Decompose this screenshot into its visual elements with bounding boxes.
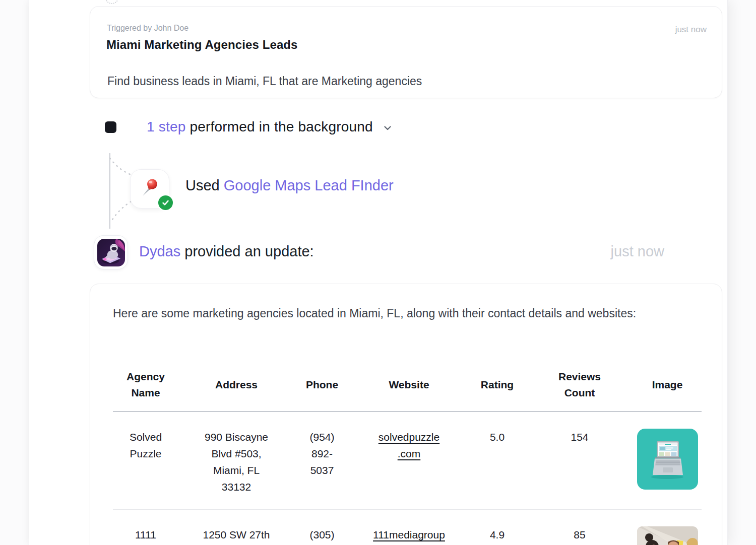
chevron-down-icon[interactable] [382,122,393,133]
cell-agency-name: Solved Puzzle [113,412,178,510]
update-header-suffix: provided an update: [180,243,313,259]
col-header-reviews-count: Reviews Count [526,360,633,412]
trigger-timestamp: just now [675,25,707,35]
cell-reviews-count: 85 [526,510,633,545]
laptop-website-on-teal-photo [637,429,698,490]
cell-website: solvedpuzzle.com [350,412,468,510]
table-row: 1111 Media 1250 SW 27th Ave, Miami, FL (… [113,510,702,545]
stop-square-icon [105,121,116,133]
clipped-avatar-remnant [105,0,119,4]
tool-step-label: Used Google Maps Lead FInder [185,177,394,194]
cell-reviews-count: 154 [526,412,633,510]
triggered-by-label: Triggered by John Doe [107,24,188,33]
col-header-phone: Phone [294,360,350,412]
cell-phone: (305) 351-3 [294,510,350,545]
tool-name-link[interactable]: Google Maps Lead FInder [224,177,394,193]
agent-avatar [94,235,128,269]
tool-step-card[interactable] [130,169,169,209]
table-row: Solved Puzzle 990 Biscayne Blvd #503, Mi… [113,412,702,510]
cell-agency-name: 1111 Media [113,510,178,545]
task-title: Miami Marketing Agencies Leads [106,38,298,52]
col-header-image: Image [633,360,702,412]
col-header-rating: Rating [468,360,526,412]
robot-writing-avatar-icon [97,239,125,266]
cell-image [633,510,702,545]
col-header-website: Website [350,360,468,412]
agent-name-link[interactable]: Dydas [139,243,180,259]
col-header-agency-name: Agency Name [113,360,178,412]
steps-count-link[interactable]: 1 step [147,119,185,134]
leads-table: Agency Name Address Phone Website Rating… [113,360,702,545]
cell-address: 1250 SW 27th Ave, Miami, FL [178,510,294,545]
content-panel: Triggered by John Doe Miami Marketing Ag… [29,0,728,545]
update-header-label: Dydas provided an update: [139,243,314,260]
steps-summary-suffix: performed in the background [185,119,372,134]
cell-rating: 4.9 [468,510,526,545]
update-timestamp: just now [611,243,664,260]
task-description: Find business leads in Miami, FL that ar… [107,75,422,88]
cell-address: 990 Biscayne Blvd #503, Miami, FL 33132 [178,412,294,510]
tool-step-prefix: Used [185,177,224,193]
app-viewport: Triggered by John Doe Miami Marketing Ag… [0,0,756,545]
cell-website: 111mediagroup.com [350,510,468,545]
website-link[interactable]: 111mediagroup.com [371,526,448,545]
cell-phone: (954) 892-5037 [294,412,350,510]
trigger-card: Triggered by John Doe Miami Marketing Ag… [90,6,722,98]
cell-image [633,412,702,510]
steps-summary-label: 1 step performed in the background [147,119,373,135]
col-header-address: Address [178,360,294,412]
team-collaboration-photo [637,526,698,545]
cell-rating: 5.0 [468,412,526,510]
table-header-row: Agency Name Address Phone Website Rating… [113,360,702,412]
pushpin-icon [138,177,161,200]
steps-summary-toggle[interactable]: 1 step performed in the background [105,119,393,135]
check-circle-icon [157,194,174,211]
result-card: Here are some marketing agencies located… [90,284,722,545]
website-link[interactable]: solvedpuzzle.com [371,429,448,462]
result-intro-text: Here are some marketing agencies located… [113,302,708,325]
